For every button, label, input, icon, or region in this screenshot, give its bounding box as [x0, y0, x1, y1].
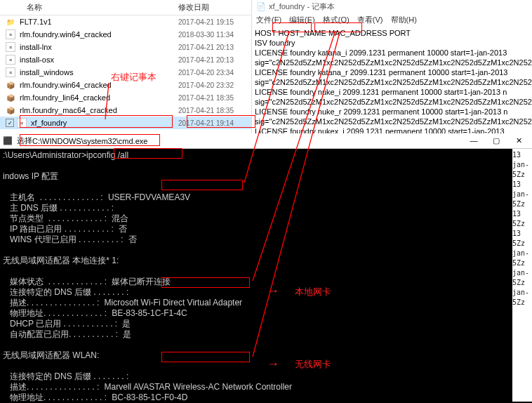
file-row[interactable]: 📦rlm.foundry_lin64_cracked2017-04-21 18:…	[0, 91, 261, 104]
txt-icon: ≡	[6, 29, 15, 39]
file-row[interactable]: 📦rlm.foundry_mac64_cracked2017-04-21 18:…	[0, 104, 261, 117]
cmd-title-prefix: 选择	[17, 136, 32, 146]
cmd-titlebar[interactable]: ⬛ 选择 C:\WINDOWS\system32\cmd.exe — ▢ ✕	[0, 133, 532, 149]
menu-format[interactable]: 格式(O)	[323, 15, 350, 24]
txt-icon: ≡	[17, 118, 27, 128]
notepad-window: 📄 xf_foundry - 记事本 文件(F) 编辑(E) 格式(O) 查看(…	[251, 0, 532, 133]
zip-icon: 📦	[6, 80, 15, 90]
txt-icon: ≡	[6, 67, 15, 77]
menu-help[interactable]: 帮助(H)	[391, 15, 417, 24]
zip-icon: 📦	[6, 105, 15, 115]
menu-view[interactable]: 查看(V)	[357, 15, 383, 24]
txt-icon: ≡	[6, 55, 15, 65]
notepad-title-text: xf_foundry - 记事本	[269, 1, 335, 12]
folder-icon: 📁	[6, 17, 15, 27]
file-row[interactable]: ≡install-lnx2017-04-21 20:13	[0, 41, 261, 53]
file-row[interactable]: ≡rlm.foundry.win64_cracked2018-03-30 11:…	[0, 28, 261, 41]
file-row[interactable]: 📦rlm.foundry.win64_cracked2017-04-20 23:…	[0, 79, 261, 91]
col-date-header[interactable]: 修改日期	[178, 2, 255, 13]
window-controls: — ▢ ✕	[463, 136, 529, 145]
zip-icon: 📦	[6, 93, 15, 103]
notepad-titlebar: 📄 xf_foundry - 记事本	[252, 0, 532, 13]
right-overflow-strip: 13 jan- 5Zz 13 jan- 5Zz 13 5Zz 13 5Zz ja…	[512, 149, 532, 402]
checkbox-icon[interactable]: ✓	[6, 119, 14, 127]
col-name-header[interactable]: 名称	[6, 2, 178, 13]
txt-icon: ≡	[6, 42, 15, 52]
explorer-columns: 名称 修改日期	[0, 0, 261, 15]
minimize-icon[interactable]: —	[463, 136, 484, 145]
cmd-output[interactable]: :\Users\Administrator>ipconfig /all indo…	[0, 149, 532, 403]
notepad-icon: 📄	[256, 2, 266, 11]
file-row[interactable]: ≡install_windows2017-04-20 23:34	[0, 66, 261, 79]
file-list: 📁FLT7.1v12017-04-21 19:15 ≡rlm.foundry.w…	[0, 15, 261, 129]
cmd-window: ⬛ 选择 C:\WINDOWS\system32\cmd.exe — ▢ ✕ :…	[0, 133, 532, 403]
menu-edit[interactable]: 编辑(E)	[289, 15, 315, 24]
notepad-content[interactable]: HOST HOST_NAME MAC_ADDRESS PORT ISV foun…	[252, 27, 532, 147]
menu-file[interactable]: 文件(F)	[256, 15, 281, 24]
file-row-selected[interactable]: ✓≡xf_foundry2017-04-21 19:14	[0, 117, 261, 129]
file-row[interactable]: ≡install-osx2017-04-21 20:13	[0, 53, 261, 66]
cmd-title-path: C:\WINDOWS\system32\cmd.exe	[32, 137, 463, 145]
file-row[interactable]: 📁FLT7.1v12017-04-21 19:15	[0, 15, 261, 28]
maximize-icon[interactable]: ▢	[486, 136, 507, 145]
cmd-icon: ⬛	[3, 136, 13, 146]
notepad-menu: 文件(F) 编辑(E) 格式(O) 查看(V) 帮助(H)	[252, 13, 532, 27]
file-explorer: 名称 修改日期 📁FLT7.1v12017-04-21 19:15 ≡rlm.f…	[0, 0, 261, 133]
close-icon[interactable]: ✕	[508, 136, 529, 145]
